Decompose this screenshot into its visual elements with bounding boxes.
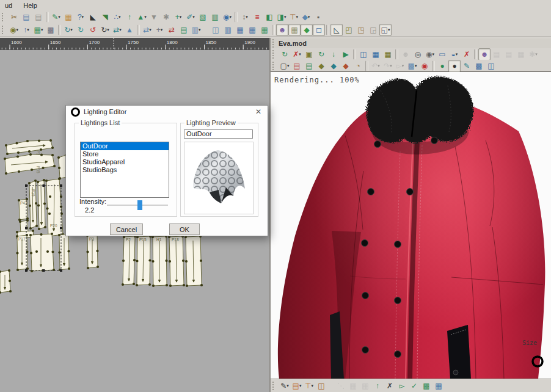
sheet-icon[interactable]: ▥▾ bbox=[209, 11, 221, 23]
person-select-icon[interactable]: ☻▾ bbox=[478, 48, 491, 60]
undo-icon[interactable]: ↶▾ bbox=[370, 60, 382, 72]
slider-thumb[interactable] bbox=[137, 200, 142, 210]
cube-teal-icon[interactable]: ◆▾ bbox=[327, 60, 340, 72]
table-add-icon[interactable]: ▦▾ bbox=[32, 24, 45, 36]
save-icon[interactable]: ◒▾ bbox=[448, 48, 461, 60]
pin-red-icon[interactable]: ◉▾ bbox=[418, 60, 431, 72]
points-icon[interactable]: ∴▾ bbox=[111, 11, 123, 23]
page-red-icon[interactable]: ▤▾ bbox=[291, 60, 303, 72]
calc-table-icon[interactable]: ▦▾ bbox=[258, 24, 271, 36]
table-blue-icon[interactable]: ▦▾ bbox=[432, 380, 445, 392]
table-2-icon[interactable]: ▦▾ bbox=[234, 24, 246, 36]
measure-person-icon[interactable]: ↕▾ bbox=[239, 11, 251, 23]
3d-panel-titlebar[interactable]: Eva.mod bbox=[271, 38, 551, 49]
pattern-piece[interactable]: H1 bbox=[151, 235, 168, 287]
window-olive-icon[interactable]: ▣▾ bbox=[303, 48, 315, 60]
grid-disabled-icon[interactable]: ▦▾ bbox=[515, 48, 527, 60]
close-icon[interactable]: ✕ bbox=[249, 106, 268, 118]
selection-handle[interactable] bbox=[25, 184, 27, 187]
page-pencil-icon[interactable]: ▤▾ bbox=[291, 380, 303, 392]
new-document-icon[interactable]: ▤▾ bbox=[20, 11, 32, 23]
lightings-listbox[interactable]: OutDoorStoreStudioApparelStudioBags bbox=[80, 142, 169, 198]
rotate-red-icon[interactable]: ↺▾ bbox=[87, 24, 99, 36]
flip-page-icon[interactable]: ⇄▾ bbox=[141, 24, 153, 36]
close-x-icon[interactable]: ✗▾ bbox=[291, 48, 303, 60]
stamp-icon[interactable]: ▼▾ bbox=[148, 11, 160, 23]
image-icon[interactable]: ▩▾ bbox=[473, 60, 485, 72]
toolbar-grip[interactable] bbox=[272, 382, 276, 390]
add-point-icon[interactable]: +▾ bbox=[172, 11, 184, 23]
gear-disabled-icon[interactable]: ✱▾ bbox=[527, 48, 539, 60]
mini-dot-icon[interactable]: ▪▾ bbox=[312, 11, 324, 23]
edit-check-icon[interactable]: ✓▾ bbox=[408, 380, 420, 392]
scissors-x-icon[interactable]: ✗▾ bbox=[461, 48, 473, 60]
rotate-c-icon[interactable]: ↻▾ bbox=[99, 24, 111, 36]
delete-x-icon[interactable]: ✗▾ bbox=[384, 380, 396, 392]
rotate-page-icon[interactable]: ↻▾ bbox=[62, 24, 75, 36]
pattern-piece[interactable] bbox=[29, 233, 55, 272]
window-grid-icon[interactable]: ▦▾ bbox=[370, 48, 382, 60]
pages-disabled-2-icon[interactable]: ▤▾ bbox=[503, 48, 515, 60]
pattern-piece[interactable] bbox=[58, 233, 70, 271]
mannequin-icon[interactable]: ☻▾ bbox=[276, 24, 288, 36]
edit-tool-icon[interactable]: ✎▾ bbox=[50, 11, 62, 23]
window-add-icon[interactable]: ◫▾ bbox=[357, 48, 370, 60]
pattern-piece[interactable]: P43 bbox=[18, 198, 29, 221]
zoom-icon[interactable]: ◎▾ bbox=[412, 48, 424, 60]
pattern-piece[interactable]: P19 bbox=[28, 180, 38, 230]
dialog-titlebar[interactable]: Lighting Editor ✕ bbox=[66, 106, 268, 118]
table-select-icon[interactable]: ▩▾ bbox=[45, 24, 57, 36]
page-green-icon[interactable]: ▤▾ bbox=[303, 60, 315, 72]
menu-item[interactable]: ud bbox=[4, 1, 13, 10]
export-up-icon[interactable]: ↑▾ bbox=[371, 380, 384, 392]
pattern-piece[interactable]: P2 bbox=[122, 235, 136, 286]
flip-ruler-icon[interactable]: ⇄▾ bbox=[111, 24, 123, 36]
gears-icon[interactable]: ✱▾ bbox=[160, 11, 172, 23]
sphere-dark-icon[interactable]: ●▾ bbox=[448, 60, 461, 72]
image-2-icon[interactable]: ◫▾ bbox=[485, 60, 497, 72]
selection-handle[interactable] bbox=[25, 227, 27, 230]
sphere-green-icon[interactable]: ●▾ bbox=[436, 60, 448, 72]
color-drops-icon[interactable]: ◆▾ bbox=[301, 24, 313, 36]
play-icon[interactable]: ▶▾ bbox=[340, 48, 352, 60]
length-icon[interactable]: ≡▾ bbox=[251, 11, 263, 23]
selection-handle[interactable] bbox=[60, 227, 62, 230]
tsquare-orange-icon[interactable]: ⊤▾ bbox=[303, 380, 315, 392]
pick-point-icon[interactable]: ▻▾ bbox=[396, 380, 408, 392]
grid-b-icon[interactable]: ▦▾ bbox=[359, 380, 371, 392]
cube-globe-icon[interactable]: ◆▾ bbox=[340, 60, 352, 72]
cut-icon[interactable]: ✂▾ bbox=[8, 11, 20, 23]
texture-icon[interactable]: ▩▾ bbox=[406, 60, 418, 72]
globe-icon[interactable]: ◉▾ bbox=[221, 11, 233, 23]
pieces-1-icon[interactable]: ◰▾ bbox=[343, 24, 355, 36]
pattern-piece[interactable]: P35 bbox=[4, 153, 56, 175]
curve-icon[interactable]: ◣▾ bbox=[87, 11, 99, 23]
zoom-person-icon[interactable]: ◉▾ bbox=[424, 48, 436, 60]
table-olive-icon[interactable]: ▦▾ bbox=[382, 48, 394, 60]
copy-document-icon[interactable]: ▤▾ bbox=[32, 11, 45, 23]
ruler-tool-icon[interactable]: ◺▾ bbox=[330, 24, 343, 36]
help-icon[interactable]: ?▾ bbox=[75, 11, 87, 23]
seam-x-icon[interactable]: ◨▾ bbox=[276, 11, 288, 23]
redo-icon[interactable]: ↷▾ bbox=[382, 60, 394, 72]
pages-disabled-icon[interactable]: ▤▾ bbox=[491, 48, 503, 60]
pattern-piece[interactable] bbox=[37, 179, 46, 230]
pattern-piece[interactable]: P3 bbox=[86, 234, 99, 269]
selection-handle[interactable] bbox=[60, 184, 62, 187]
refresh-icon[interactable]: ↻▾ bbox=[315, 48, 327, 60]
toolbar-grip[interactable] bbox=[2, 13, 5, 21]
rotate-icon[interactable]: ↻▾ bbox=[75, 24, 87, 36]
grid-a-icon[interactable]: ▦▾ bbox=[347, 380, 359, 392]
pattern-piece[interactable]: P17 bbox=[16, 234, 29, 271]
sheet-green-icon[interactable]: ▤▾ bbox=[178, 24, 190, 36]
clock-icon[interactable]: ◔▾ bbox=[352, 60, 364, 72]
selection-handle[interactable] bbox=[43, 269, 45, 272]
notes-icon[interactable]: ▦▾ bbox=[62, 11, 75, 23]
cancel-button[interactable]: Cancel bbox=[110, 223, 143, 235]
image-green-icon[interactable]: ▩▾ bbox=[420, 380, 432, 392]
listbox-item[interactable]: OutDoor bbox=[81, 142, 169, 150]
selection-handle[interactable] bbox=[60, 269, 62, 272]
toolbar-grip[interactable] bbox=[272, 62, 276, 70]
toolbar-grip[interactable] bbox=[2, 26, 5, 34]
preview-name-field[interactable]: OutDoor bbox=[184, 129, 253, 139]
